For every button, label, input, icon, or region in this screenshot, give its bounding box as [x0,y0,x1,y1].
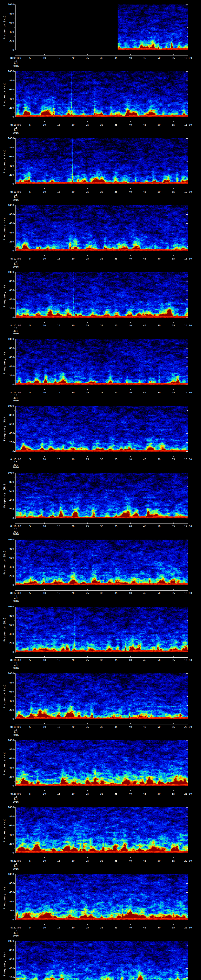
y-axis-tick [186,299,188,300]
x-axis-tick [59,790,59,791]
y-tick-label: 600 [4,891,14,894]
x-axis-tick [59,322,59,323]
y-tick-label: 200 [4,642,14,644]
y-tick-label: 600 [4,624,14,626]
y-axis-tick [187,553,188,554]
x-minute-label: 30 [93,592,110,595]
y-axis-tick [187,295,188,295]
x-minute-label: 35 [108,57,124,59]
x-axis-tick [16,255,16,256]
x-minute-label: 50 [151,659,167,662]
x-minute-label: 30 [93,525,110,528]
y-tick-label: 0 [4,383,14,386]
y-axis-tick [187,611,188,611]
y-axis-tick [186,576,188,576]
y-axis-tick [186,558,188,558]
y-tick-label: 400 [4,834,14,836]
y-axis-tick [186,375,188,376]
x-minute-label: 20 [65,191,81,193]
y-tick-label: 0 [4,517,14,520]
y-tick-label: 0 [4,718,14,720]
x-axis-tick [145,188,145,189]
y-axis-tick [14,433,15,434]
y-tick-label: 200 [4,508,14,511]
x-minute-label: 20 [65,792,81,795]
x-axis-tick [145,723,145,724]
y-axis-tick [186,509,188,509]
y-tick-label: 400 [4,432,14,435]
y-axis-tick [186,339,188,339]
x-minute-label: 40 [122,525,139,528]
x-axis-line [15,457,188,457]
y-axis-tick [14,682,15,683]
y-tick-label: 1000 [4,806,14,809]
y-axis-tick [14,76,15,76]
x-axis-tick [173,790,174,791]
x-minute-label: 10 [36,324,53,327]
y-axis-tick [186,415,188,415]
x-minute-label: 50 [151,57,167,59]
y-axis-tick [14,242,15,242]
y-axis-tick [14,299,15,300]
x-minute-label: 10 [36,391,53,394]
y-axis-tick [14,705,15,706]
x-start-time-label: 8:20:00 [8,792,24,795]
x-minute-label: 5 [22,458,38,461]
y-axis-tick [187,848,188,849]
y-tick-label: 800 [4,949,14,951]
y-axis-tick [14,576,15,576]
y-axis-tick [186,184,188,184]
x-minute-label: 50 [151,859,167,862]
x-minute-label: 45 [136,926,153,929]
x-minute-label: 50 [151,391,167,394]
y-tick-label: 0 [4,49,14,51]
y-tick-label: 200 [4,40,14,42]
x-axis-tick [87,54,88,55]
y-axis-tick [14,14,15,14]
y-axis-title: Frequency (Hz) [3,751,6,775]
x-minute-label: 45 [136,57,153,59]
x-minute-label: 55 [165,391,182,394]
x-axis-tick [130,121,131,122]
y-axis-tick [187,544,188,544]
x-axis-line [15,189,188,189]
y-axis-tick [186,242,188,242]
x-axis-tick [87,857,88,858]
x-minute-label: 35 [108,257,124,260]
y-axis-tick [14,768,15,768]
x-minute-label: 10 [36,926,53,929]
y-tick-label: 400 [4,30,14,33]
y-tick-label: 400 [4,164,14,167]
y-axis-tick [14,625,15,625]
x-axis-tick [16,857,16,858]
x-axis-line [15,925,188,925]
y-tick-label: 400 [4,700,14,702]
spectrogram-panel-8-21-00: Frequency (Hz) 0200400600800100051015202… [0,803,201,870]
y-axis-tick [14,420,15,420]
y-tick-label: 800 [4,213,14,216]
x-minute-label: 30 [93,324,110,327]
y-axis-tick [14,897,15,897]
x-axis-tick [87,589,88,590]
x-minute-label: 35 [108,725,124,728]
y-axis-tick [187,830,188,830]
x-axis-tick [87,188,88,189]
y-axis-tick [14,205,15,205]
x-minute-label: 15 [51,191,67,193]
x-minute-label: 50 [151,324,167,327]
y-axis-title: Frequency (Hz) [3,885,6,909]
x-minute-label: 30 [93,57,110,59]
x-minute-label: 35 [108,191,124,193]
x-axis-tick [87,523,88,523]
x-minute-label: 20 [65,458,81,461]
y-tick-label: 1000 [4,270,14,274]
y-tick-label: 600 [4,557,14,559]
x-axis-tick [130,656,131,657]
spectrogram-canvas [16,339,188,385]
x-minute-label: 50 [151,257,167,260]
x-minute-label: 55 [165,257,182,260]
y-tick-label: 400 [4,967,14,970]
y-axis-tick [187,304,188,304]
y-axis-tick [14,973,15,973]
x-axis-tick [16,188,16,189]
